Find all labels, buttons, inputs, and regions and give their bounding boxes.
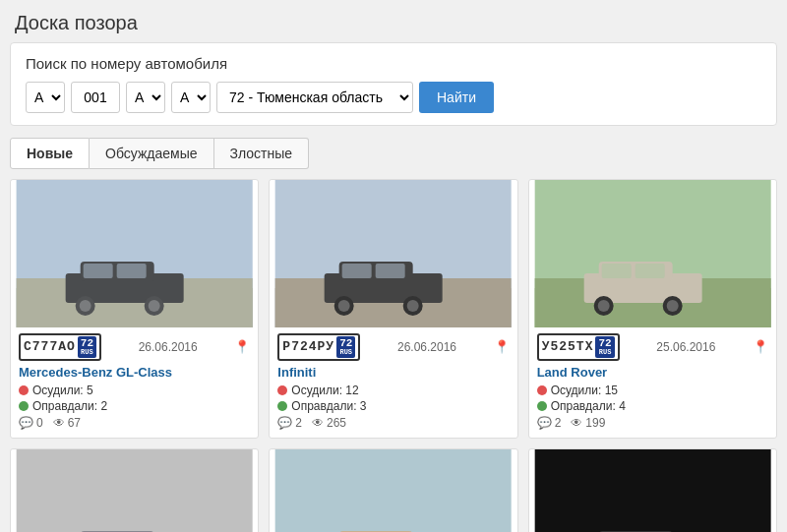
views-count: 199 xyxy=(585,416,605,430)
plate-date: 25.06.2016 xyxy=(656,340,715,354)
comment-count: 0 xyxy=(36,416,43,430)
card-item: Р724РУ 72 RUS 26.06.2016 📍 Infiniti Осуд… xyxy=(269,179,517,439)
plate-badge: У525ТХ 72 RUS xyxy=(537,333,620,361)
dot-red-icon xyxy=(277,385,287,395)
condemned-stat: Осудили: 15 xyxy=(537,384,768,397)
comments-stat: 💬 0 xyxy=(19,416,43,430)
comment-count: 2 xyxy=(295,416,302,430)
justified-stat: Оправдали: 3 xyxy=(277,399,509,413)
card-image[interactable] xyxy=(529,449,776,532)
plate-row: С777АО 72 RUS 26.06.2016 📍 xyxy=(19,333,250,361)
justified-stat: Оправдали: 2 xyxy=(19,399,250,413)
dot-red-icon xyxy=(19,385,29,395)
plate-row: У525ТХ 72 RUS 25.06.2016 📍 xyxy=(537,333,768,361)
eye-icon: 👁 xyxy=(312,416,324,430)
car-name-link[interactable]: Infiniti xyxy=(277,365,509,380)
location-icon: 📍 xyxy=(494,339,510,354)
tab-discussed[interactable]: Обсуждаемые xyxy=(90,138,214,169)
card-image[interactable] xyxy=(270,180,516,327)
dot-red-icon xyxy=(537,385,547,395)
card-item: Т321НО 72 RUS 25.06.2016 📍 xyxy=(528,448,777,532)
plate-letter1-select[interactable]: АВЕК xyxy=(26,82,65,113)
search-panel: Поиск по номеру автомобиля АВЕК АВЕК АВЕ… xyxy=(10,42,777,126)
svg-rect-45 xyxy=(275,449,512,532)
cards-grid: С777АО 72 RUS 26.06.2016 📍 Mercedes-Benz… xyxy=(0,179,787,532)
car-scene-svg xyxy=(270,449,516,532)
card-item: О112МА 72 RUS 25.06.2016 📍 xyxy=(10,448,259,532)
search-label: Поиск по номеру автомобиля xyxy=(26,55,761,72)
search-row: АВЕК АВЕК АВЕК 72 - Тюменская область 77… xyxy=(26,82,761,113)
card-item: У525ТХ 72 RUS 25.06.2016 📍 Land Rover Ос… xyxy=(528,179,777,439)
condemned-stat: Осудили: 5 xyxy=(19,384,250,397)
search-button[interactable]: Найти xyxy=(419,82,494,113)
card-image[interactable] xyxy=(529,180,776,327)
plate-badge: Р724РУ 72 RUS xyxy=(277,333,360,361)
justified-stat: Оправдали: 4 xyxy=(537,399,768,413)
comment-icon: 💬 xyxy=(19,416,33,430)
svg-rect-22 xyxy=(376,264,405,278)
region-flag: RUS xyxy=(81,349,93,357)
svg-rect-32 xyxy=(601,264,631,278)
views-count: 67 xyxy=(68,416,81,430)
car-scene-svg xyxy=(11,449,258,532)
comments-stat: 💬 2 xyxy=(277,416,302,430)
svg-point-20 xyxy=(407,300,419,312)
card-image[interactable] xyxy=(11,449,258,532)
svg-point-18 xyxy=(338,300,350,312)
plate-region: 72 RUS xyxy=(78,336,96,358)
views-stat: 👁 67 xyxy=(53,416,81,430)
tabs-container: НовыеОбсуждаемыеЗлостные xyxy=(10,138,777,169)
bottom-stats: 💬 2 👁 265 xyxy=(277,416,509,430)
justified-label: Оправдали: 3 xyxy=(291,399,366,413)
svg-rect-11 xyxy=(17,180,253,327)
card-image[interactable] xyxy=(270,449,516,532)
svg-rect-56 xyxy=(534,449,770,532)
justified-label: Оправдали: 4 xyxy=(551,399,626,413)
tab-new[interactable]: Новые xyxy=(10,138,90,169)
condemned-label: Осудили: 15 xyxy=(551,384,618,397)
plate-letter2-select[interactable]: АВЕК xyxy=(126,82,165,113)
svg-rect-21 xyxy=(342,264,372,278)
plate-row: Р724РУ 72 RUS 26.06.2016 📍 xyxy=(277,333,509,361)
tab-angry[interactable]: Злостные xyxy=(214,138,310,169)
plate-region: 72 RUS xyxy=(595,336,614,358)
plate-number: У525ТХ xyxy=(542,339,594,354)
card-image[interactable] xyxy=(11,180,258,327)
location-icon: 📍 xyxy=(753,339,768,354)
card-info: У525ТХ 72 RUS 25.06.2016 📍 Land Rover Ос… xyxy=(529,327,776,438)
plate-letter3-select[interactable]: АВЕК xyxy=(171,82,211,113)
comment-icon: 💬 xyxy=(277,416,292,430)
region-select[interactable]: 72 - Тюменская область 77 - Москва 78 - … xyxy=(216,82,413,113)
plate-date: 26.06.2016 xyxy=(139,340,198,354)
bottom-stats: 💬 0 👁 67 xyxy=(19,416,250,430)
svg-point-31 xyxy=(666,300,678,312)
svg-rect-33 xyxy=(635,264,664,278)
location-icon: 📍 xyxy=(234,339,250,354)
plate-badge: С777АО 72 RUS xyxy=(19,333,101,361)
dot-green-icon xyxy=(277,401,287,411)
region-flag: RUS xyxy=(339,349,352,357)
comment-count: 2 xyxy=(555,416,562,430)
region-flag: RUS xyxy=(599,349,612,357)
condemned-stat: Осудили: 12 xyxy=(277,384,509,397)
plate-number-input[interactable] xyxy=(71,82,120,113)
dot-green-icon xyxy=(19,401,29,411)
plate-number: Р724РУ xyxy=(282,339,334,354)
car-name-link[interactable]: Mercedes-Benz GL-Class xyxy=(19,365,250,380)
card-info: Р724РУ 72 RUS 26.06.2016 📍 Infiniti Осуд… xyxy=(270,327,516,438)
views-count: 265 xyxy=(327,416,346,430)
bottom-stats: 💬 2 👁 199 xyxy=(537,416,768,430)
plate-number: С777АО xyxy=(24,339,76,354)
car-scene-svg xyxy=(529,180,776,327)
plate-region: 72 RUS xyxy=(336,336,355,358)
car-name-link[interactable]: Land Rover xyxy=(537,365,768,380)
dot-green-icon xyxy=(537,401,547,411)
car-scene-svg xyxy=(529,449,776,532)
page-title: Доска позора xyxy=(0,0,787,42)
eye-icon: 👁 xyxy=(571,416,582,430)
card-item: В456КЕ 72 RUS 25.06.2016 📍 xyxy=(269,448,517,532)
views-stat: 👁 199 xyxy=(571,416,605,430)
condemned-label: Осудили: 12 xyxy=(291,384,358,397)
car-scene-svg xyxy=(11,180,258,327)
svg-rect-34 xyxy=(17,449,253,532)
